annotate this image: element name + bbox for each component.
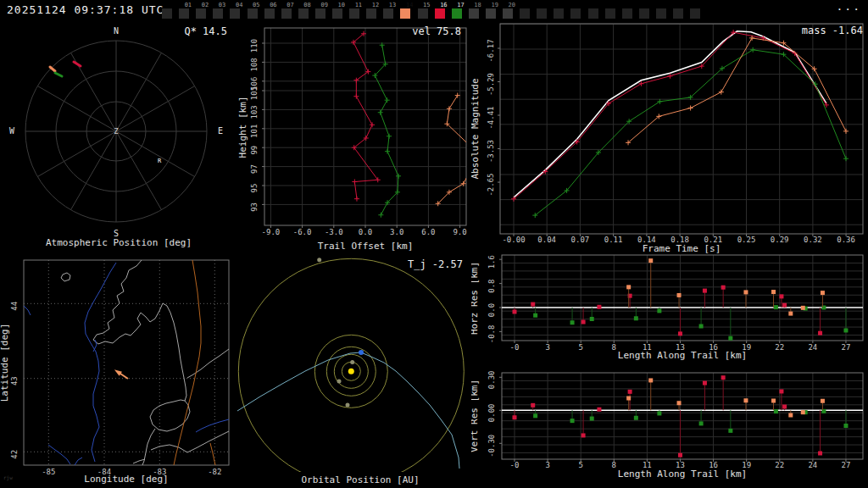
- station-slot-02[interactable]: 02: [196, 8, 206, 19]
- data-point-marker: [531, 302, 535, 307]
- orbital-position-plot: T_j -2.57 Orbital Position [AU]: [237, 250, 483, 488]
- tick-label: 97: [250, 164, 259, 174]
- data-point-marker: [385, 97, 390, 103]
- tick-label: 44: [10, 302, 19, 311]
- station-slot-12[interactable]: 12: [366, 8, 376, 19]
- station-slot-number: 08: [303, 2, 310, 8]
- tick-label: -0.00: [502, 236, 525, 244]
- tick-label: -6.0: [293, 228, 312, 236]
- data-point-marker: [570, 419, 575, 423]
- station-slot[interactable]: [537, 8, 547, 19]
- river: [85, 263, 116, 462]
- data-point-marker: [370, 122, 375, 127]
- data-point-marker: [513, 309, 517, 313]
- data-point-marker: [719, 90, 724, 95]
- tick-label: 95: [250, 184, 259, 193]
- utc-timestamp: 20251124 09:37:18 UTC: [7, 3, 164, 16]
- data-point-marker: [779, 389, 783, 393]
- data-point-marker: [657, 99, 662, 104]
- tick-label: 27: [842, 461, 851, 469]
- tick-label: 43: [10, 376, 19, 385]
- station-slot[interactable]: [690, 8, 700, 19]
- ground-map-panel: -85-84-83-82444342 Longitude [deg] Latit…: [0, 250, 237, 488]
- tick-label: 6.0: [421, 228, 435, 236]
- venus-dot: [337, 380, 342, 384]
- zenith-label: Z: [114, 127, 119, 136]
- station-slot-number: 06: [270, 2, 276, 8]
- station-slot[interactable]: [162, 8, 172, 19]
- station-slot-03[interactable]: 03: [213, 8, 223, 19]
- river: [75, 458, 82, 465]
- station-slot-08[interactable]: 08: [298, 8, 309, 19]
- tick-label: -0: [510, 461, 520, 469]
- station-slot-number: 04: [236, 2, 242, 8]
- data-point-marker: [771, 398, 776, 402]
- data-point-marker: [570, 320, 575, 324]
- station-slot[interactable]: [554, 8, 564, 19]
- station-slot[interactable]: [639, 8, 649, 19]
- station-slot[interactable]: [656, 8, 666, 19]
- station-slot-15[interactable]: 15: [418, 8, 428, 19]
- station-slot-17[interactable]: 17: [452, 8, 462, 19]
- data-point-marker: [721, 286, 726, 290]
- map-features: [24, 260, 229, 465]
- series-line: [375, 45, 398, 214]
- tick-label: 8: [612, 343, 616, 352]
- cardinal-east-label: E: [218, 126, 223, 136]
- coastline: [151, 431, 229, 452]
- station-slot[interactable]: [622, 8, 632, 19]
- station-slot-14[interactable]: 14: [400, 8, 410, 19]
- data-point-marker: [581, 320, 586, 324]
- tick-label: -82: [208, 468, 221, 476]
- map-xaxis-label: Longitude [deg]: [84, 474, 168, 485]
- data-point-marker: [699, 324, 704, 329]
- data-point-marker: [387, 134, 392, 139]
- station-slot-16[interactable]: 16: [435, 8, 445, 19]
- cardinal-north-label: N: [114, 26, 119, 36]
- station-slot-04[interactable]: 04: [230, 8, 240, 19]
- station-slot-number: 14: [406, 2, 413, 8]
- tick-label: 110: [250, 39, 259, 53]
- data-point-marker: [818, 331, 822, 336]
- polar-spoke: [71, 131, 117, 210]
- data-point-marker: [626, 285, 631, 289]
- tick-label: 0.8: [487, 279, 496, 292]
- station-slot[interactable]: [570, 8, 581, 19]
- station-slot-20[interactable]: 20: [503, 8, 513, 19]
- data-point-marker: [354, 197, 359, 202]
- station-slot[interactable]: [605, 8, 615, 19]
- station-slot-05[interactable]: 05: [248, 8, 258, 19]
- station-slot-01[interactable]: 01: [179, 8, 189, 19]
- tick-label: 1.6: [487, 255, 496, 269]
- data-point-marker: [533, 413, 537, 418]
- station-slot[interactable]: [520, 8, 530, 19]
- data-point-marker: [818, 452, 822, 456]
- station-slot-06[interactable]: 06: [264, 8, 275, 19]
- station-slot-19[interactable]: 19: [486, 8, 496, 19]
- vert-res-yaxis-label: Vert Res [km]: [471, 380, 480, 452]
- radiant-marker: R: [158, 158, 162, 164]
- station-slot-11[interactable]: 11: [349, 8, 359, 19]
- tick-label: 24: [808, 343, 817, 352]
- tick-label: 0.29: [771, 236, 789, 244]
- station-slot-13[interactable]: 13: [383, 8, 393, 19]
- tick-label: 22: [775, 461, 784, 469]
- data-point-marker: [821, 399, 825, 403]
- station-slot-07[interactable]: 07: [281, 8, 292, 19]
- data-point-marker: [634, 316, 638, 320]
- station-slot[interactable]: [588, 8, 598, 19]
- data-point-marker: [648, 378, 653, 382]
- overflow-menu-button[interactable]: ...: [837, 0, 861, 13]
- station-slot-10[interactable]: 10: [332, 8, 342, 19]
- coastline: [61, 273, 70, 281]
- station-slot-18[interactable]: 18: [469, 8, 479, 19]
- station-slot-number: 10: [338, 2, 345, 8]
- orbital-plot-title: Orbital Position [AU]: [301, 474, 419, 485]
- jupiter-dot: [317, 258, 321, 262]
- station-slot-09[interactable]: 09: [315, 8, 326, 19]
- data-point-marker: [703, 289, 707, 293]
- tick-label: 0.32: [804, 236, 822, 244]
- station-slot[interactable]: [673, 8, 683, 19]
- tick-label: 9.0: [453, 228, 466, 236]
- data-point-marker: [531, 403, 535, 408]
